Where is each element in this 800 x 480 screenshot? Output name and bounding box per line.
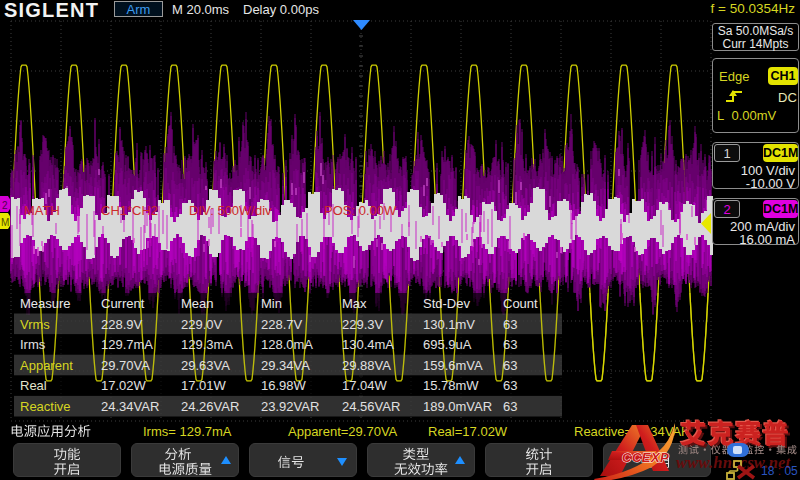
svg-text:CCEXP: CCEXP (622, 450, 669, 465)
